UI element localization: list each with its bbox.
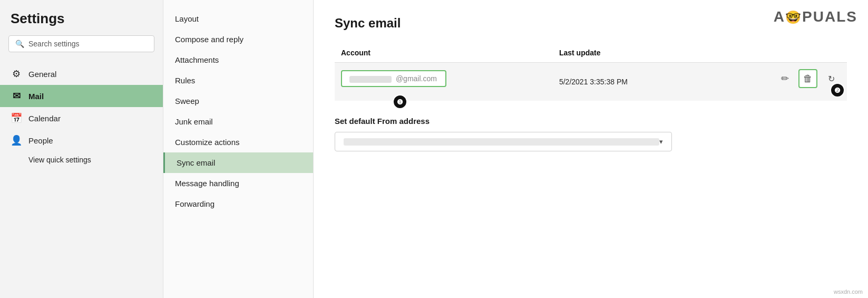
sidebar-item-calendar[interactable]: 📅 Calendar xyxy=(0,107,163,129)
col-account: Account xyxy=(335,45,553,63)
left-sidebar: Settings 🔍 Search settings ⚙ General ✉ M… xyxy=(0,0,163,298)
settings-title: Settings xyxy=(0,11,163,35)
default-from-label: Set default From address xyxy=(335,117,847,126)
sidebar-item-label-calendar: Calendar xyxy=(28,114,61,123)
gear-icon: ⚙ xyxy=(11,68,22,80)
watermark: wsxdn.com xyxy=(834,289,863,295)
logo-area: A🤓PUALS xyxy=(774,8,857,25)
calendar-icon: 📅 xyxy=(11,112,22,124)
badge-1: ❶ xyxy=(393,94,407,109)
mid-item-attachments[interactable]: Attachments xyxy=(163,50,313,70)
from-dropdown[interactable]: ▾ xyxy=(335,132,672,151)
mid-item-customize[interactable]: Customize actions xyxy=(163,132,313,152)
account-email-cell: @gmail.com ❶ xyxy=(335,63,553,101)
col-last-update: Last update xyxy=(553,45,703,63)
search-settings-placeholder: Search settings xyxy=(28,40,80,48)
main-content: A🤓PUALS Sync email Account Last update @… xyxy=(314,0,868,298)
mid-item-sync[interactable]: Sync email xyxy=(163,152,313,173)
mid-item-rules[interactable]: Rules xyxy=(163,70,313,91)
sidebar-item-people[interactable]: 👤 People xyxy=(0,129,163,151)
search-settings-box[interactable]: 🔍 Search settings xyxy=(8,35,154,52)
account-table: Account Last update @gmail.com ❶ 5/2/202… xyxy=(335,45,847,101)
logo: A🤓PUALS xyxy=(774,8,857,25)
sidebar-item-general[interactable]: ⚙ General xyxy=(0,63,163,85)
last-update-value: 5/2/2021 3:35:38 PM xyxy=(553,63,703,101)
search-icon: 🔍 xyxy=(15,40,24,48)
page-title: Sync email xyxy=(335,16,847,31)
view-quick-settings-link[interactable]: View quick settings xyxy=(0,151,163,168)
sidebar-item-label-mail: Mail xyxy=(28,92,44,101)
mid-item-forwarding[interactable]: Forwarding xyxy=(163,194,313,214)
delete-button[interactable]: 🗑 xyxy=(798,69,817,88)
account-email: @gmail.com xyxy=(341,70,446,87)
mid-item-layout[interactable]: Layout xyxy=(163,8,313,29)
mail-icon: ✉ xyxy=(11,90,22,102)
email-value: @gmail.com xyxy=(396,74,437,83)
badge-2: ❷ xyxy=(830,83,845,98)
action-icons: ✏ 🗑 ↻ ❷ xyxy=(709,69,841,88)
sidebar-item-mail[interactable]: ✉ Mail xyxy=(0,85,163,107)
mid-item-sweep[interactable]: Sweep xyxy=(163,91,313,111)
sidebar-item-label-general: General xyxy=(28,70,56,79)
from-dropdown-value xyxy=(344,138,659,146)
edit-button[interactable]: ✏ xyxy=(775,69,794,88)
mid-item-compose[interactable]: Compose and reply xyxy=(163,29,313,50)
table-row: @gmail.com ❶ 5/2/2021 3:35:38 PM ✏ 🗑 ↻ ❷ xyxy=(335,63,847,101)
mid-panel: Layout Compose and reply Attachments Rul… xyxy=(163,0,314,298)
chevron-down-icon: ▾ xyxy=(659,138,663,146)
sidebar-item-label-people: People xyxy=(28,136,53,145)
mid-item-handling[interactable]: Message handling xyxy=(163,173,313,194)
mid-item-junk[interactable]: Junk email xyxy=(163,111,313,132)
people-icon: 👤 xyxy=(11,134,22,146)
